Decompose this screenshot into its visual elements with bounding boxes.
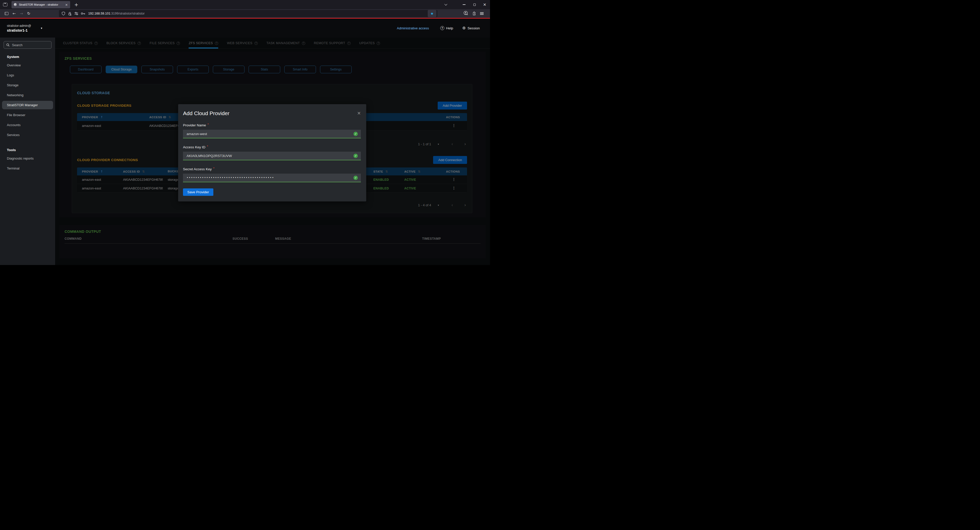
window-close-button[interactable]: × [483,3,487,6]
administrative-access-link[interactable]: Administrative access [397,26,429,30]
sidebar-item-terminal[interactable]: Terminal [0,163,55,173]
help-icon: ? [440,26,444,30]
key-icon[interactable] [81,12,85,15]
user-menu-caret-icon[interactable]: ▾ [41,27,42,30]
sidebar-item-overview[interactable]: Overview [0,60,55,70]
session-menu[interactable]: ⚙ Session [463,26,480,30]
sidebar-item-diagnostic-reports[interactable]: Diagnostic reports [0,153,55,163]
required-asterisk: * [207,123,209,126]
url-text[interactable]: 192.168.59.101:3199/stratistor/stratisto… [88,12,145,15]
sidebar: System Overview Logs Storage Networking … [0,38,55,265]
sidebar-item-services[interactable]: Services [0,130,55,140]
lock-warning-icon[interactable] [68,11,72,16]
url-path: :3199/stratistor/stratistor [110,12,145,15]
save-provider-button[interactable]: Save Provider [183,188,213,196]
browser-toolbar: ← → ↻ 192.168.59.101:3199/stratistor/str… [0,9,490,18]
bookmark-star-box[interactable]: ★ [428,10,436,17]
permissions-toggles-icon[interactable] [74,12,78,15]
sidebar-item-networking[interactable]: Networking [0,90,55,100]
masthead: stratistor-admin@ stratistor1-1 ▾ Admini… [0,19,490,38]
new-tab-button[interactable]: + [74,2,78,7]
secret-access-key-field[interactable] [183,173,361,182]
provider-name-field[interactable] [183,130,361,138]
sidebar-item-stratistor-manager[interactable]: StratiSTOR Manager [2,101,53,109]
account-icon[interactable] [463,11,468,16]
search-input[interactable] [3,41,52,49]
modal-close-icon[interactable]: × [357,111,361,115]
user-host: stratistor1-1 [7,28,31,32]
sidebar-group-system: System [0,55,55,59]
secret-access-key-label: Secret Access Key [183,167,212,171]
sidebar-item-storage[interactable]: Storage [0,80,55,90]
gear-icon: ⚙ [463,26,466,30]
access-key-id-field[interactable] [183,152,361,160]
user-name: stratistor-admin@ [7,24,31,27]
required-asterisk: * [207,145,208,148]
sidebar-group-tools: Tools [0,148,55,152]
browser-tab-bar: StratiSTOR Manager - stratistor × + × [0,0,490,9]
sidebar-item-accounts[interactable]: Accounts [0,120,55,130]
tab-title: StratiSTOR Manager - stratistor [19,3,61,6]
session-label: Session [468,26,480,30]
firefox-view-icon[interactable] [3,3,7,6]
valid-check-icon: ✓ [353,132,358,136]
window-minimize-button[interactable] [463,4,466,5]
search-icon [6,43,10,47]
modal-title: Add Cloud Provider [183,110,229,116]
user-menu[interactable]: stratistor-admin@ stratistor1-1 [0,24,31,32]
required-asterisk: * [213,167,215,170]
extensions-puzzle-icon[interactable] [472,11,476,16]
provider-name-label: Provider Name [183,123,206,127]
add-cloud-provider-modal: Add Cloud Provider × Provider Name* ✓ Ac… [178,104,366,201]
bookmark-star-icon[interactable]: ★ [430,11,434,16]
url-host: 192.168.59.101 [88,12,110,15]
sidebar-item-file-browser[interactable]: File Browser [0,110,55,120]
menu-hamburger-icon[interactable] [480,12,484,15]
forward-button: → [20,12,23,16]
url-bar[interactable]: 192.168.59.101:3199/stratistor/stratisto… [59,10,438,17]
valid-check-icon: ✓ [353,176,358,180]
valid-check-icon: ✓ [353,154,358,158]
tab-favicon-icon [14,3,17,6]
tab-close-icon[interactable]: × [65,3,68,6]
browser-tab[interactable]: StratiSTOR Manager - stratistor × [11,1,70,8]
tab-title-fade [57,1,64,8]
back-button[interactable]: ← [13,12,16,16]
access-key-id-label: Access Key ID [183,145,205,149]
window-restore-button[interactable] [473,3,476,6]
app-content: CLUSTER STATUS? BLOCK SERVICES? FILE SER… [55,38,490,265]
help-label: Help [446,26,453,30]
sidebar-toggle-icon[interactable] [5,12,8,15]
tab-list-chevron-icon[interactable] [444,3,447,5]
shield-icon[interactable] [62,11,65,16]
sidebar-item-logs[interactable]: Logs [0,70,55,80]
reload-button[interactable]: ↻ [27,12,30,16]
help-menu[interactable]: ? Help [440,26,453,30]
